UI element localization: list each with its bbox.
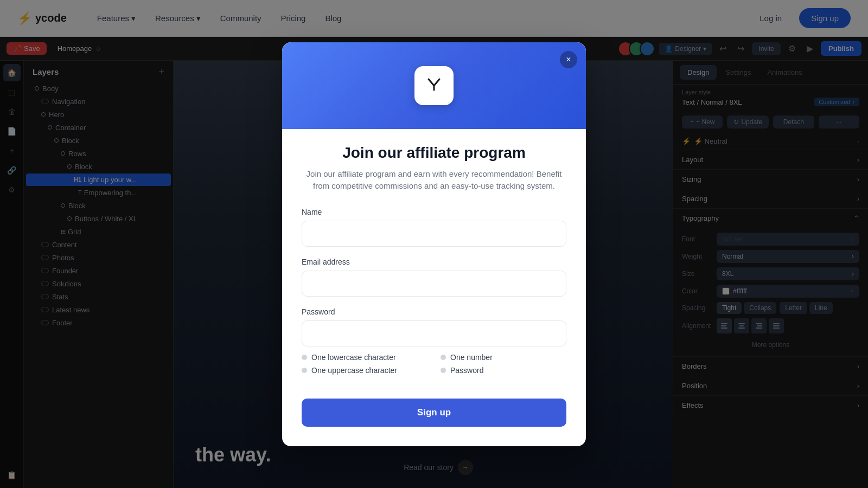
affiliate-modal: × Join our affiliate program Join our af… xyxy=(282,42,586,446)
modal-close-button[interactable]: × xyxy=(560,51,577,68)
password-input[interactable] xyxy=(302,320,566,346)
modal-logo-box xyxy=(414,66,454,105)
hint-number: One number xyxy=(441,353,566,362)
hint-uppercase: One uppercase character xyxy=(302,366,427,375)
hint-dot-number xyxy=(441,355,446,360)
modal-submit-button[interactable]: Sign up xyxy=(302,399,566,427)
modal-overlay[interactable]: × Join our affiliate program Join our af… xyxy=(0,0,868,488)
email-field-group: Email address xyxy=(302,258,566,297)
modal-header: × xyxy=(282,42,586,129)
modal-title: Join our affiliate program xyxy=(302,144,566,162)
email-input[interactable] xyxy=(302,271,566,297)
email-label: Email address xyxy=(302,258,566,266)
name-field-group: Name xyxy=(302,208,566,247)
password-field-group: Password One lowercase character One num… xyxy=(302,307,566,375)
password-hints: One lowercase character One number One u… xyxy=(302,353,566,375)
hint-dot-uppercase xyxy=(302,368,307,373)
password-label: Password xyxy=(302,307,566,316)
hint-dot-password xyxy=(441,368,446,373)
hint-dot-lowercase xyxy=(302,355,307,360)
hint-lowercase: One lowercase character xyxy=(302,353,427,362)
modal-body: Join our affiliate program Join our affi… xyxy=(282,129,586,446)
name-label: Name xyxy=(302,208,566,216)
name-input[interactable] xyxy=(302,221,566,247)
hint-password: Password xyxy=(441,366,566,375)
modal-logo-icon xyxy=(425,75,443,96)
modal-description: Join our affiliate program and earn with… xyxy=(302,168,566,192)
